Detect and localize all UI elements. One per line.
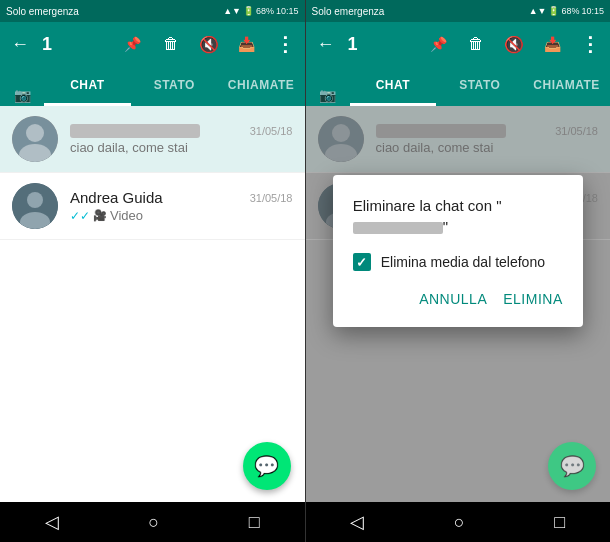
right-nav-bar: ◁ ○ □ [306, 502, 611, 542]
right-chiamate-tab-label: CHIAMATE [533, 78, 599, 92]
left-chat-date-1: 31/05/18 [250, 125, 293, 137]
left-chat-tab[interactable]: CHAT [44, 66, 131, 106]
left-stato-tab[interactable]: STATO [131, 66, 218, 106]
right-chat-item-1: 31/05/18 ciao daila, come stai [306, 106, 611, 173]
right-stato-tab-label: STATO [459, 78, 500, 92]
right-battery-pct: 68% [561, 6, 579, 16]
right-toolbar: ← 1 📌 🗑 🔇 📥 ⋮ [306, 22, 611, 66]
right-pin-button[interactable]: 📌 [426, 32, 450, 56]
left-status-icons: ▲▼ 🔋 68% 10:15 [223, 6, 298, 16]
right-nav-home[interactable]: ○ [454, 512, 465, 533]
right-camera-icon: 📷 [319, 87, 336, 103]
right-time: 10:15 [581, 6, 604, 16]
left-avatar-1 [12, 116, 58, 162]
right-back-button[interactable]: ← [314, 32, 338, 56]
dialog-buttons: ANNULLA ELIMINA [353, 291, 563, 307]
left-nav-bar: ◁ ○ □ [0, 502, 305, 542]
right-status-icons: ▲▼ 🔋 68% 10:15 [529, 6, 604, 16]
left-chat-info-1: 31/05/18 ciao daila, come stai [70, 124, 293, 155]
right-avatar-1 [318, 116, 364, 162]
dialog-cancel-button[interactable]: ANNULLA [419, 291, 487, 307]
left-chat-tab-label: CHAT [70, 78, 104, 92]
left-battery-pct: 68% [256, 6, 274, 16]
left-check-icon: ✓✓ [70, 209, 90, 223]
right-signal-icon: ▲▼ [529, 6, 547, 16]
right-nav-recent[interactable]: □ [554, 512, 565, 533]
right-more-button[interactable]: ⋮ [578, 32, 602, 56]
right-emergency-text: Solo emergenza [312, 6, 385, 17]
left-status-bar: Solo emergenza ▲▼ 🔋 68% 10:15 [0, 0, 305, 22]
dialog-checkbox-row: Elimina media dal telefono [353, 253, 563, 271]
right-stato-tab[interactable]: STATO [436, 66, 523, 106]
right-chat-tab[interactable]: CHAT [350, 66, 437, 106]
left-toolbar-actions: 📌 🗑 🔇 📥 ⋮ [121, 32, 297, 56]
left-nav-recent[interactable]: □ [249, 512, 260, 533]
left-signal-icon: ▲▼ [223, 6, 241, 16]
right-chat-tab-label: CHAT [376, 78, 410, 92]
left-more-button[interactable]: ⋮ [273, 32, 297, 56]
right-delete-button[interactable]: 🗑 [464, 32, 488, 56]
left-back-button[interactable]: ← [8, 32, 32, 56]
left-fab-icon: 💬 [254, 454, 279, 478]
right-selection-count: 1 [348, 34, 417, 55]
left-selection-count: 1 [42, 34, 111, 55]
right-chiamate-tab[interactable]: CHIAMATE [523, 66, 610, 106]
left-archive-button[interactable]: 📥 [235, 32, 259, 56]
dialog-chat-name-blur [353, 222, 443, 234]
dialog-title: Eliminare la chat con "" [353, 195, 563, 237]
left-stato-tab-label: STATO [154, 78, 195, 92]
left-chat-name-1 [70, 124, 200, 138]
dialog-delete-button[interactable]: ELIMINA [503, 291, 563, 307]
left-mute-button[interactable]: 🔇 [197, 32, 221, 56]
left-time: 10:15 [276, 6, 299, 16]
right-tabs: 📷 CHAT STATO CHIAMATE [306, 66, 611, 106]
dialog-checkbox[interactable] [353, 253, 371, 271]
left-chat-date-2: 31/05/18 [250, 192, 293, 204]
left-camera-icon: 📷 [14, 87, 31, 103]
right-mute-button[interactable]: 🔇 [502, 32, 526, 56]
left-delete-button[interactable]: 🗑 [159, 32, 183, 56]
left-pin-button[interactable]: 📌 [121, 32, 145, 56]
left-tabs: 📷 CHAT STATO CHIAMATE [0, 66, 305, 106]
left-phone-panel: Solo emergenza ▲▼ 🔋 68% 10:15 ← 1 📌 🗑 🔇 … [0, 0, 305, 542]
left-chat-info-2: Andrea Guida 31/05/18 ✓✓ 🎥 Video [70, 189, 293, 223]
delete-dialog: Eliminare la chat con "" Elimina media d… [333, 175, 583, 327]
right-camera-tab[interactable]: 📷 [306, 87, 350, 106]
left-chat-item-1[interactable]: 31/05/18 ciao daila, come stai [0, 106, 305, 173]
left-chat-name-2: Andrea Guida [70, 189, 163, 206]
right-fab-button[interactable]: 💬 [548, 442, 596, 490]
left-emergency-text: Solo emergenza [6, 6, 79, 17]
right-status-bar: Solo emergenza ▲▼ 🔋 68% 10:15 [306, 0, 611, 22]
left-chiamate-tab[interactable]: CHIAMATE [218, 66, 305, 106]
left-chat-item-2[interactable]: Andrea Guida 31/05/18 ✓✓ 🎥 Video [0, 173, 305, 240]
left-fab-button[interactable]: 💬 [243, 442, 291, 490]
right-battery-icon: 🔋 [548, 6, 559, 16]
left-avatar-2 [12, 183, 58, 229]
left-chat-preview-1: ciao daila, come stai [70, 140, 293, 155]
right-phone-panel: Solo emergenza ▲▼ 🔋 68% 10:15 ← 1 📌 🗑 🔇 … [306, 0, 611, 542]
left-video-icon: 🎥 [93, 209, 107, 222]
left-chiamate-tab-label: CHIAMATE [228, 78, 294, 92]
right-nav-back[interactable]: ◁ [350, 511, 364, 533]
right-chat-preview-1: ciao daila, come stai [376, 140, 599, 155]
dialog-checkbox-label: Elimina media dal telefono [381, 254, 545, 270]
right-fab-icon: 💬 [560, 454, 585, 478]
right-archive-button[interactable]: 📥 [540, 32, 564, 56]
right-toolbar-actions: 📌 🗑 🔇 📥 ⋮ [426, 32, 602, 56]
left-nav-back[interactable]: ◁ [45, 511, 59, 533]
left-battery-icon: 🔋 [243, 6, 254, 16]
left-chat-preview-2: ✓✓ 🎥 Video [70, 208, 293, 223]
left-nav-home[interactable]: ○ [148, 512, 159, 533]
left-toolbar: ← 1 📌 🗑 🔇 📥 ⋮ [0, 22, 305, 66]
right-chat-name-1 [376, 124, 506, 138]
left-camera-tab[interactable]: 📷 [0, 87, 44, 106]
right-chat-info-1: 31/05/18 ciao daila, come stai [376, 124, 599, 155]
right-chat-date-1: 31/05/18 [555, 125, 598, 137]
